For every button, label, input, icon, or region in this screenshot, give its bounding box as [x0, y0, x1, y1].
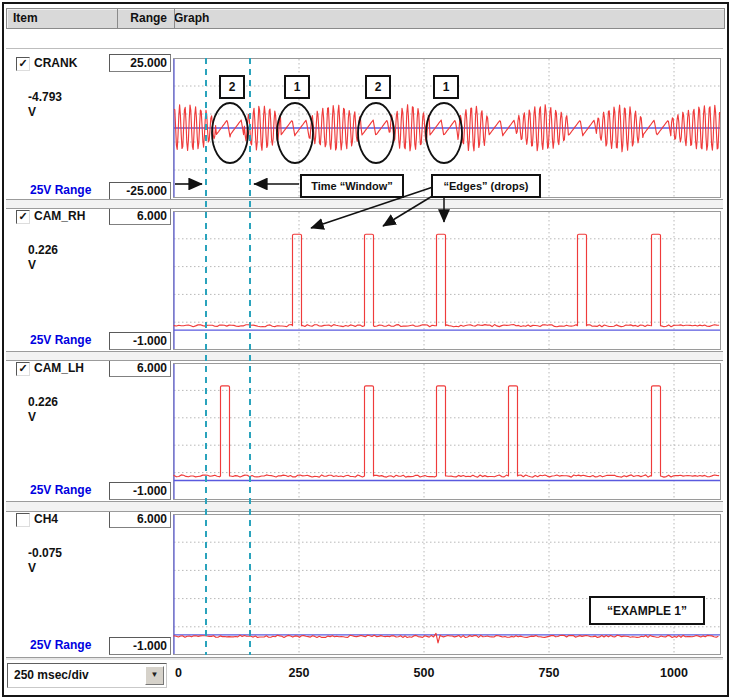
dropdown-arrow-icon[interactable]: ▼ — [145, 666, 164, 685]
channel-value: 0.226 — [28, 243, 58, 257]
channel-value: -4.793 — [28, 90, 62, 104]
column-header-bar: Item Range Graph — [6, 8, 725, 29]
range-bottom-field[interactable]: -1.000 — [109, 482, 171, 500]
channel-value: 0.226 — [28, 395, 58, 409]
edges-callout: “Edges” (drops) — [431, 174, 541, 198]
range-mode-label[interactable]: 25V Range — [30, 333, 91, 347]
channel-panel-cam-lh: ✓ CAM_LH 6.000 0.226 V 25V Range -1.000 — [6, 359, 171, 500]
channel-value: -0.075 — [28, 546, 62, 560]
graph-cam-lh[interactable] — [173, 363, 721, 500]
range-bottom-field[interactable]: -1.000 — [109, 637, 171, 655]
marker-label: 2 — [229, 80, 236, 94]
channel-checkbox[interactable]: ✓ — [16, 57, 30, 71]
channel-checkbox[interactable]: ✓ — [16, 210, 30, 224]
time-window-callout: Time “Window” — [300, 174, 404, 198]
channel-unit: V — [28, 105, 36, 119]
marker-box-0: 2 — [219, 75, 245, 99]
x-tick-label: 500 — [402, 666, 446, 680]
timebase-value: 250 msec/div — [14, 668, 89, 682]
channel-checkbox[interactable]: ✓ — [16, 362, 30, 376]
graph-cam-rh[interactable] — [173, 211, 721, 350]
marker-label: 1 — [294, 80, 301, 94]
column-header-graph: Graph — [174, 11, 209, 25]
example-callout: “EXAMPLE 1” — [589, 596, 705, 625]
header-divider — [117, 9, 118, 28]
row-separator — [6, 501, 723, 512]
marker-box-2: 2 — [365, 75, 391, 99]
header-divider — [174, 9, 175, 28]
timebase-dropdown[interactable]: 250 msec/div ▼ — [7, 663, 167, 688]
row-separator — [6, 199, 723, 209]
channel-unit: V — [28, 561, 36, 575]
channel-unit: V — [28, 410, 36, 424]
range-mode-label[interactable]: 25V Range — [30, 183, 91, 197]
range-bottom-field[interactable]: -25.000 — [109, 182, 171, 200]
channel-name: CRANK — [34, 56, 77, 70]
range-top-field[interactable]: 25.000 — [109, 54, 171, 72]
range-mode-label[interactable]: 25V Range — [30, 483, 91, 497]
channel-panel-crank: ✓ CRANK 25.000 -4.793 V 25V Range -25.00… — [6, 54, 171, 200]
channel-panel-ch4: CH4 6.000 -0.075 V 25V Range -1.000 — [6, 510, 171, 655]
column-header-item: Item — [13, 11, 38, 25]
channel-panel-cam-rh: ✓ CAM_RH 6.000 0.226 V 25V Range -1.000 — [6, 207, 171, 350]
marker-box-3: 1 — [433, 75, 459, 99]
marker-label: 1 — [443, 80, 450, 94]
range-mode-label[interactable]: 25V Range — [30, 638, 91, 652]
x-tick-label: 1000 — [652, 666, 696, 680]
range-bottom-field[interactable]: -1.000 — [109, 332, 171, 350]
channel-checkbox[interactable] — [16, 513, 30, 527]
range-top-field[interactable]: 6.000 — [109, 510, 171, 528]
graph-ch4[interactable] — [173, 514, 721, 655]
graph-bottom-edge — [6, 657, 723, 660]
x-tick-label: 0 — [175, 666, 182, 680]
channel-name: CAM_RH — [34, 209, 85, 223]
x-tick-label: 750 — [527, 666, 571, 680]
range-top-field[interactable]: 6.000 — [109, 359, 171, 377]
channel-name: CAM_LH — [34, 361, 84, 375]
marker-box-1: 1 — [284, 75, 310, 99]
x-tick-label: 250 — [277, 666, 321, 680]
channel-name: CH4 — [34, 512, 58, 526]
marker-label: 2 — [375, 80, 382, 94]
row-divider — [6, 48, 723, 49]
column-header-range: Range — [111, 11, 167, 25]
row-separator — [6, 351, 723, 361]
range-top-field[interactable]: 6.000 — [109, 207, 171, 225]
channel-unit: V — [28, 258, 36, 272]
scope-window: Item Range Graph ✓ CRANK 25.000 -4.793 V… — [0, 0, 731, 699]
